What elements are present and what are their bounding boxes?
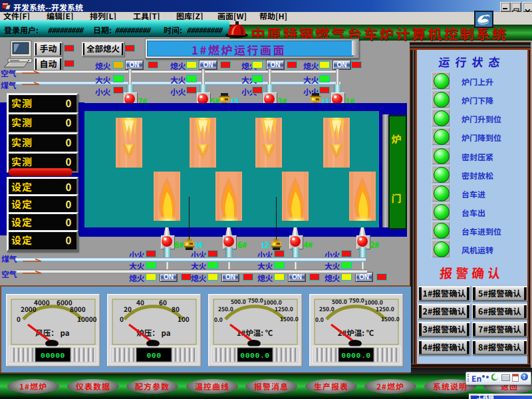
svg-text:500.0: 500.0	[231, 297, 246, 305]
svg-text:1250.0: 1250.0	[376, 305, 394, 313]
svg-text:750.0: 750.0	[349, 296, 364, 304]
svg-text:1250.0: 1250.0	[275, 305, 293, 313]
svg-text:250.0: 250.0	[218, 305, 233, 313]
svg-text:250.0: 250.0	[319, 305, 334, 313]
svg-text:20: 20	[124, 304, 132, 314]
svg-text:炉压： pa: 炉压： pa	[136, 327, 170, 338]
svg-text:00000: 00000	[41, 351, 65, 360]
svg-text:40: 40	[136, 297, 144, 307]
svg-text:0000.0: 0000.0	[240, 351, 269, 360]
svg-text:10000: 10000	[77, 314, 97, 324]
svg-text:750.0: 750.0	[248, 296, 263, 304]
svg-text:0: 0	[120, 314, 124, 324]
svg-text:1500.0: 1500.0	[381, 315, 400, 323]
svg-text:000: 000	[146, 351, 161, 360]
svg-text:500.0: 500.0	[332, 297, 347, 305]
svg-text:0.0: 0.0	[315, 315, 324, 323]
svg-text:1500.0: 1500.0	[280, 315, 299, 323]
svg-text:100: 100	[178, 314, 190, 324]
svg-text:4000: 4000	[34, 297, 50, 307]
svg-text:0: 0	[17, 314, 21, 324]
svg-text:0000.0: 0000.0	[341, 351, 370, 360]
svg-text:0.0: 0.0	[214, 315, 223, 323]
svg-text:60: 60	[159, 297, 167, 307]
svg-text:8000: 8000	[70, 304, 86, 314]
svg-text:80: 80	[172, 304, 180, 314]
svg-text:风压： pa: 风压： pa	[35, 327, 69, 338]
